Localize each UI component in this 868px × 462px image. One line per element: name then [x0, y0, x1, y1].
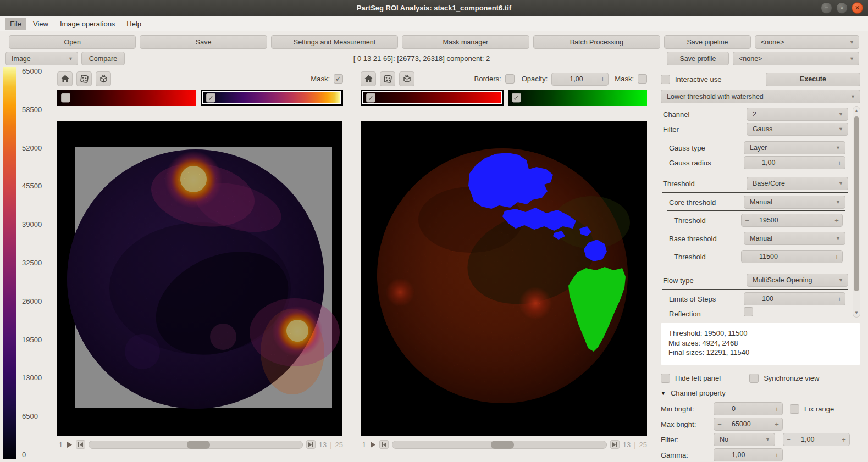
layer-slider[interactable]	[89, 441, 303, 449]
layer-slider-thumb[interactable]	[187, 441, 210, 449]
channel-2-checkbox[interactable]	[512, 93, 521, 103]
flow-type-select[interactable]: MultiScale Opening	[747, 274, 848, 287]
opacity-increase[interactable]	[597, 75, 608, 83]
rotate-3d-view-button[interactable]	[96, 71, 111, 86]
scroll-up-icon[interactable]: ▲	[853, 108, 860, 113]
steps-spinner[interactable]: 100	[744, 292, 845, 305]
minimize-icon[interactable]	[821, 2, 832, 14]
max-bright-decrease[interactable]	[714, 420, 725, 428]
skip-to-end-button[interactable]	[306, 440, 316, 449]
min-bright-decrease[interactable]	[714, 405, 725, 413]
colorbar-tick: 65000	[22, 67, 42, 75]
gamma-decrease[interactable]	[714, 451, 725, 459]
interactive-use-checkbox[interactable]	[661, 75, 670, 84]
max-bright-spinner[interactable]: 65000	[714, 418, 783, 431]
mask-checkbox[interactable]	[334, 74, 343, 84]
channel-1-checkbox[interactable]	[366, 93, 375, 103]
hide-left-panel-checkbox[interactable]	[661, 374, 670, 383]
channel-1-bar[interactable]	[57, 90, 196, 106]
synchronize-view-checkbox[interactable]	[749, 374, 759, 383]
menu-file[interactable]: File	[5, 18, 26, 30]
execute-button[interactable]: Execute	[766, 73, 860, 86]
reset-view-button[interactable]	[361, 71, 376, 86]
base-threshold-select[interactable]: Manual	[744, 232, 845, 245]
threshold-mode-select[interactable]: Base/Core	[747, 177, 848, 190]
right-image-canvas[interactable]	[361, 121, 647, 436]
synchronize-view-label: Synchronize view	[764, 374, 819, 382]
maximize-icon[interactable]	[836, 2, 848, 14]
gauss-radius-spinner[interactable]: 1,00	[744, 156, 845, 169]
close-icon[interactable]	[852, 2, 863, 14]
rotate-3d-view-button[interactable]	[399, 71, 414, 86]
base-threshold-increase[interactable]	[831, 253, 842, 261]
channel-2-checkbox[interactable]	[206, 93, 215, 103]
roll-dice-button[interactable]	[76, 71, 92, 86]
opacity-decrease[interactable]	[552, 75, 563, 83]
filter-radius-increase[interactable]	[838, 436, 849, 444]
parameters-scrollbar[interactable]: ▲ ▼	[853, 106, 860, 318]
gauss-radius-increase[interactable]	[834, 159, 845, 167]
section-divider	[730, 394, 860, 394]
base-threshold-decrease[interactable]	[742, 253, 753, 261]
layer-slider[interactable]	[392, 441, 607, 449]
settings-measurement-button[interactable]: Settings and Measurement	[271, 35, 398, 49]
scroll-down-icon[interactable]: ▼	[853, 310, 860, 315]
algorithm-select[interactable]: Lower threshold with watershed	[661, 90, 860, 103]
channel-select[interactable]: 2	[747, 108, 848, 121]
filter-radius-decrease[interactable]	[783, 436, 794, 444]
gamma-increase[interactable]	[771, 451, 782, 459]
mask-manager-button[interactable]: Mask manager	[402, 35, 529, 49]
display-filter-select[interactable]: No	[714, 433, 775, 446]
skip-to-end-button[interactable]	[610, 440, 620, 449]
channel-1-checkbox[interactable]	[61, 93, 70, 103]
channel-2-bar[interactable]	[508, 90, 648, 106]
min-bright-spinner[interactable]: 0	[714, 402, 783, 415]
reflection-checkbox[interactable]	[744, 307, 753, 316]
core-threshold-select[interactable]: Manual	[744, 196, 845, 209]
save-pipeline-button[interactable]: Save pipeline	[664, 35, 751, 49]
menu-help[interactable]: Help	[121, 18, 146, 30]
channel-property-header[interactable]: ▼ Channel property	[661, 389, 860, 397]
roll-dice-button[interactable]	[380, 71, 395, 86]
min-bright-value: 0	[725, 405, 771, 413]
scrollbar-thumb[interactable]	[854, 116, 859, 291]
hide-left-panel-label: Hide left panel	[675, 374, 721, 382]
image-select[interactable]: Image	[5, 52, 78, 65]
opacity-spinner[interactable]: 1,00	[551, 73, 609, 86]
skip-to-start-button[interactable]	[379, 440, 389, 449]
base-threshold-spinner[interactable]: 11500	[741, 250, 843, 263]
channel-1-bar[interactable]	[361, 90, 504, 106]
layer-slider-thumb[interactable]	[491, 441, 514, 449]
mask-checkbox[interactable]	[638, 74, 647, 84]
menu-view[interactable]: View	[28, 18, 53, 30]
play-button[interactable]	[369, 441, 376, 448]
steps-decrease[interactable]	[744, 295, 755, 303]
reset-view-button[interactable]	[57, 71, 73, 86]
gauss-type-select[interactable]: Layer	[744, 141, 845, 154]
batch-processing-button[interactable]: Batch Processing	[533, 35, 660, 49]
gauss-radius-decrease[interactable]	[744, 159, 755, 167]
channel-2-bar[interactable]	[201, 90, 343, 106]
open-button[interactable]: Open	[9, 35, 136, 49]
borders-checkbox[interactable]	[505, 74, 515, 84]
filter-radius-spinner[interactable]: 1,00	[783, 433, 850, 446]
core-threshold-decrease[interactable]	[742, 216, 753, 225]
menu-image-operations[interactable]: Image operations	[55, 18, 120, 30]
core-threshold-increase[interactable]	[831, 216, 842, 225]
left-image-canvas[interactable]	[57, 121, 342, 436]
play-button[interactable]	[66, 441, 73, 448]
compare-button[interactable]: Compare	[81, 52, 125, 65]
fix-range-checkbox[interactable]	[790, 404, 799, 414]
save-button[interactable]: Save	[140, 35, 267, 49]
skip-to-start-button[interactable]	[76, 440, 85, 449]
profile-select[interactable]: <none>	[733, 52, 859, 65]
steps-increase[interactable]	[834, 295, 845, 303]
save-profile-button[interactable]: Save profile	[667, 52, 729, 65]
filter-select[interactable]: Gauss	[747, 123, 848, 136]
flow-type-label: Flow type	[663, 276, 747, 285]
gamma-spinner[interactable]: 1,00	[714, 448, 783, 461]
core-threshold-spinner[interactable]: 19500	[741, 214, 843, 227]
pipeline-select[interactable]: <none>	[755, 35, 859, 49]
min-bright-increase[interactable]	[771, 405, 782, 413]
max-bright-increase[interactable]	[771, 420, 782, 428]
